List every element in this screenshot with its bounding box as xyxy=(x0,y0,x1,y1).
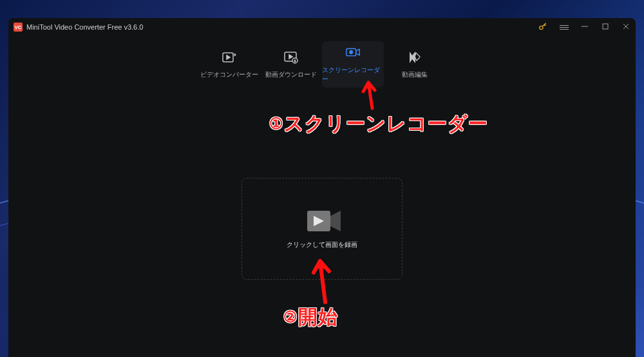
minimize-icon[interactable] xyxy=(580,23,589,32)
tab-screen-recorder[interactable]: スクリーンレコーダー xyxy=(322,41,384,88)
tab-label: 動画編集 xyxy=(402,70,428,79)
tab-bar: ビデオコンバーター 動画ダウンロード スクリーンレコー xyxy=(8,36,636,88)
tab-video-editor[interactable]: 動画編集 xyxy=(384,41,446,88)
converter-icon xyxy=(222,50,237,65)
tab-label: スクリーンレコーダー xyxy=(322,66,384,84)
camera-icon xyxy=(306,208,338,231)
editor-icon xyxy=(407,50,422,65)
app-logo-icon: VC xyxy=(14,23,23,32)
tab-label: ビデオコンバーター xyxy=(200,70,258,79)
maximize-icon[interactable] xyxy=(601,23,610,32)
close-icon[interactable] xyxy=(621,23,630,32)
titlebar-controls xyxy=(538,21,630,34)
svg-rect-2 xyxy=(603,24,608,29)
svg-point-9 xyxy=(350,51,353,54)
start-recording-button[interactable]: クリックして画面を録画 xyxy=(242,178,402,280)
menu-icon[interactable] xyxy=(560,25,569,30)
download-icon xyxy=(283,50,299,65)
tab-video-converter[interactable]: ビデオコンバーター xyxy=(198,41,260,88)
main-content: クリックして画面を録画 xyxy=(8,88,636,357)
tab-video-download[interactable]: 動画ダウンロード xyxy=(260,41,322,88)
key-icon[interactable] xyxy=(538,21,548,34)
record-button-label: クリックして画面を録画 xyxy=(287,240,357,249)
screen-recorder-icon xyxy=(345,45,361,61)
tab-label: 動画ダウンロード xyxy=(265,70,317,79)
app-window: VC MiniTool Video Converter Free v3.6.0 xyxy=(8,18,636,357)
app-title: MiniTool Video Converter Free v3.6.0 xyxy=(26,23,143,31)
titlebar: VC MiniTool Video Converter Free v3.6.0 xyxy=(8,18,636,36)
